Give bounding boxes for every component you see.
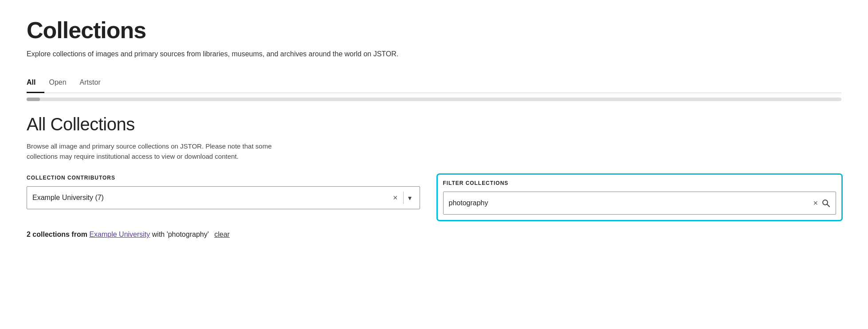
- contributors-filter-group: COLLECTION CONTRIBUTORS Example Universi…: [27, 175, 420, 209]
- svg-line-1: [827, 204, 830, 207]
- contributors-value: Example University (7): [32, 194, 389, 202]
- contributors-divider: [403, 192, 404, 204]
- results-clear-link[interactable]: clear: [214, 231, 230, 238]
- filter-search-row: ×: [443, 192, 837, 215]
- filter-collections-group: FILTER COLLECTIONS ×: [438, 175, 842, 220]
- contributors-dropdown-button[interactable]: ▾: [405, 194, 414, 202]
- contributors-filter-label: COLLECTION CONTRIBUTORS: [27, 175, 420, 181]
- filter-collections-clear-button[interactable]: ×: [809, 199, 821, 208]
- tab-artstor[interactable]: Artstor: [75, 74, 110, 93]
- tab-all[interactable]: All: [27, 74, 44, 93]
- section-description: Browse all image and primary source coll…: [27, 141, 275, 161]
- page-description: Explore collections of images and primar…: [27, 50, 841, 58]
- filter-collections-search-icon[interactable]: [821, 199, 830, 208]
- results-summary: 2 collections from Example University wi…: [27, 231, 841, 239]
- results-prefix: 2 collections from: [27, 231, 87, 238]
- page-title: Collections: [27, 18, 841, 43]
- filters-row: COLLECTION CONTRIBUTORS Example Universi…: [27, 175, 841, 220]
- results-with-term: with 'photography': [152, 231, 209, 238]
- section-title: All Collections: [27, 114, 841, 134]
- tabs-container: All Open Artstor: [27, 74, 841, 93]
- results-contributor-link[interactable]: Example University: [89, 231, 150, 238]
- filter-collections-label: FILTER COLLECTIONS: [443, 180, 837, 186]
- filter-collections-input[interactable]: [449, 199, 810, 207]
- scrollbar-track[interactable]: [27, 98, 841, 101]
- contributors-input-row: Example University (7) × ▾: [27, 186, 420, 209]
- contributors-clear-button[interactable]: ×: [389, 193, 401, 203]
- tab-open[interactable]: Open: [44, 74, 75, 93]
- scrollbar-thumb: [27, 98, 40, 101]
